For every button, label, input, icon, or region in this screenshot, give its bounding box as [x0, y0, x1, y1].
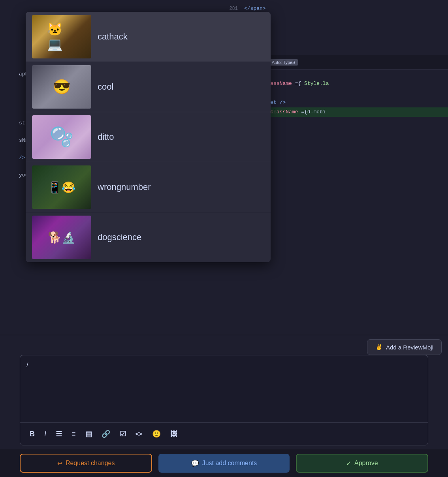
- gif-label-dogscience: dogscience: [98, 232, 141, 242]
- bold-button[interactable]: B: [28, 428, 36, 440]
- review-moji-icon: ✌️: [375, 344, 383, 351]
- add-review-moji-button[interactable]: ✌️ Add a ReviewMoji: [367, 339, 442, 355]
- emoji-button[interactable]: 🙂: [151, 428, 162, 440]
- gif-label-wrongnumber: wrongnumber: [98, 182, 151, 192]
- tab-auto-badge: Auto: TypeS: [269, 59, 299, 66]
- gif-item-wrongnumber[interactable]: wrongnumber: [26, 162, 271, 212]
- request-changes-button[interactable]: ↩ Request changes: [20, 454, 152, 473]
- text-editor[interactable]: / B I ☰ ≡ ▤ 🔗 ☑ <> 🙂 🖼: [20, 355, 428, 445]
- gif-thumb-ditto: [32, 115, 91, 159]
- gif-thumb-dogscience: [32, 216, 91, 259]
- gif-item-ditto[interactable]: ditto: [26, 112, 271, 162]
- gif-label-cool: cool: [98, 82, 113, 92]
- gif-item-dogscience[interactable]: dogscience: [26, 212, 271, 262]
- comments-label: Just add comments: [202, 460, 257, 467]
- request-changes-icon: ↩: [57, 460, 62, 467]
- code-button[interactable]: <>: [134, 429, 144, 439]
- gif-dropdown: cathack cool ditto wrongnumber dogscienc…: [26, 12, 271, 262]
- gif-item-cool[interactable]: cool: [26, 62, 271, 112]
- bullet-list-button[interactable]: ☰: [54, 428, 64, 440]
- approve-icon: ✓: [346, 460, 351, 467]
- approve-label: Approve: [354, 460, 378, 467]
- gif-thumb-cathack: [32, 15, 91, 58]
- review-moji-label: Add a ReviewMoji: [386, 344, 433, 351]
- text-editor-content[interactable]: /: [20, 355, 428, 387]
- just-add-comments-button[interactable]: 💬 Just add comments: [158, 454, 289, 473]
- request-changes-label: Request changes: [66, 460, 115, 467]
- gif-label-ditto: ditto: [98, 132, 114, 142]
- gif-thumb-cool: [32, 65, 91, 109]
- action-row: ↩ Request changes 💬 Just add comments ✓ …: [0, 449, 448, 477]
- gif-thumb-wrongnumber: [32, 165, 91, 209]
- indent-button[interactable]: ▤: [84, 428, 94, 440]
- checkbox-button[interactable]: ☑: [118, 428, 128, 440]
- italic-button[interactable]: I: [43, 428, 48, 440]
- gif-item-cathack[interactable]: cathack: [26, 12, 271, 62]
- bottom-panel: ✌️ Add a ReviewMoji / B I ☰ ≡ ▤ 🔗 ☑ <> 🙂…: [0, 335, 448, 477]
- approve-button[interactable]: ✓ Approve: [296, 454, 428, 473]
- gif-label-cathack: cathack: [98, 32, 128, 42]
- link-button[interactable]: 🔗: [100, 428, 112, 440]
- numbered-list-button[interactable]: ≡: [70, 428, 77, 440]
- comments-icon: 💬: [191, 460, 199, 467]
- text-editor-toolbar: B I ☰ ≡ ▤ 🔗 ☑ <> 🙂 🖼: [20, 423, 428, 445]
- image-button[interactable]: 🖼: [169, 428, 179, 440]
